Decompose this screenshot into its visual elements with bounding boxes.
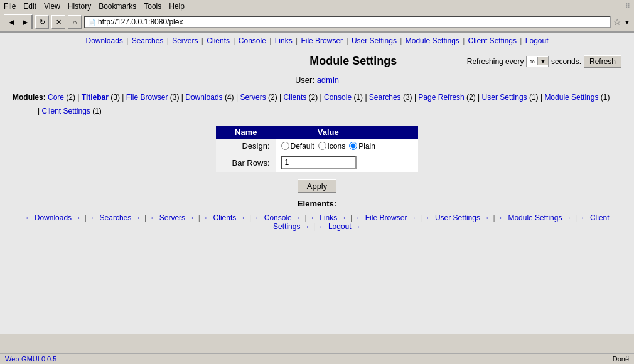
- module-servers[interactable]: Servers: [240, 93, 266, 102]
- elements-title: Elements:: [298, 199, 336, 208]
- nav-module-settings[interactable]: Module Settings: [406, 36, 459, 45]
- elem-downloads[interactable]: ← Downloads →: [24, 213, 81, 222]
- menu-edit[interactable]: Edit: [23, 2, 36, 11]
- page-content: Downloads | Searches | Servers | Clients…: [0, 33, 634, 334]
- design-options: Default Icons Plain: [281, 142, 375, 151]
- home-button[interactable]: ⌂: [68, 15, 82, 29]
- elem-logout[interactable]: ← Logout →: [319, 222, 361, 231]
- module-client-settings[interactable]: Client Settings: [41, 107, 90, 115]
- elem-servers[interactable]: ← Servers →: [149, 213, 195, 222]
- module-titlebar[interactable]: Titlebar: [82, 93, 109, 102]
- sep2: |: [167, 36, 171, 45]
- design-row: Design: Default Icons Plain: [216, 139, 418, 153]
- back-button[interactable]: ◀: [4, 15, 18, 29]
- refresh-value[interactable]: ∞: [527, 56, 537, 67]
- design-icons-option[interactable]: Icons: [318, 142, 346, 151]
- bar-rows-value-cell: [276, 153, 380, 172]
- sep3: |: [201, 36, 205, 45]
- elem-file-browser[interactable]: ← File Browser →: [355, 213, 416, 222]
- sep1: |: [126, 36, 130, 45]
- reload-button[interactable]: ↻: [35, 15, 49, 29]
- col-value: Value: [276, 126, 380, 139]
- page-title-row: Module Settings Refreshing every ∞ ▼ sec…: [13, 55, 621, 68]
- refreshing-label: Refreshing every: [467, 57, 524, 66]
- modules-label: Modules:: [13, 93, 46, 102]
- design-value-cell: Default Icons Plain: [276, 139, 380, 153]
- nav-clients[interactable]: Clients: [207, 36, 230, 45]
- page-title: Module Settings: [240, 55, 467, 68]
- elem-searches[interactable]: ← Searches →: [90, 213, 141, 222]
- elem-user-settings[interactable]: ← User Settings →: [426, 213, 490, 222]
- nav-downloads[interactable]: Downloads: [86, 36, 123, 45]
- module-file-browser[interactable]: File Browser: [126, 93, 168, 102]
- module-core[interactable]: Core: [48, 93, 64, 102]
- module-searches[interactable]: Searches: [369, 93, 401, 102]
- forward-button[interactable]: ▶: [18, 15, 32, 29]
- nav-searches[interactable]: Searches: [132, 36, 164, 45]
- stop-button[interactable]: ✕: [51, 15, 65, 29]
- menu-view[interactable]: View: [44, 2, 60, 11]
- menu-bookmarks[interactable]: Bookmarks: [99, 2, 136, 11]
- sep5: |: [269, 36, 273, 45]
- elem-module-settings[interactable]: ← Module Settings →: [498, 213, 572, 222]
- refresh-button[interactable]: Refresh: [584, 55, 621, 68]
- refresh-dropdown-arrow[interactable]: ▼: [537, 57, 548, 65]
- module-downloads[interactable]: Downloads: [185, 93, 222, 102]
- modules-row: Modules: Core (2) | Titlebar (3) | File …: [13, 91, 621, 118]
- bookmark-dropdown-button[interactable]: ▼: [624, 19, 630, 26]
- main-section: Module Settings Refreshing every ∞ ▼ sec…: [0, 48, 634, 237]
- back-fwd-buttons: ◀ ▶: [4, 14, 33, 29]
- url-input[interactable]: [98, 18, 607, 26]
- menu-history[interactable]: History: [68, 2, 91, 11]
- design-plain-radio[interactable]: [349, 142, 357, 150]
- bar-rows-input[interactable]: [281, 156, 357, 169]
- menu-help[interactable]: Help: [169, 2, 185, 11]
- address-bar[interactable]: 📄: [84, 16, 611, 28]
- module-page-refresh[interactable]: Page Refresh: [418, 93, 464, 102]
- design-extra: [380, 139, 418, 153]
- design-icons-radio[interactable]: [318, 142, 326, 150]
- nav-user-settings[interactable]: User Settings: [352, 36, 397, 45]
- user-link[interactable]: admin: [317, 75, 339, 85]
- window-controls: ⠿: [625, 2, 630, 11]
- module-module-settings[interactable]: Module Settings: [544, 93, 598, 102]
- bar-rows-label: Bar Rows:: [216, 153, 276, 172]
- design-plain-option[interactable]: Plain: [349, 142, 375, 151]
- user-label: User:: [295, 75, 314, 85]
- bookmark-star-button[interactable]: ☆: [613, 17, 621, 27]
- nav-logout[interactable]: Logout: [525, 36, 549, 45]
- design-default-radio[interactable]: [281, 142, 289, 150]
- elements-section: Elements:: [13, 199, 621, 208]
- menu-tools[interactable]: Tools: [144, 2, 161, 11]
- elem-links[interactable]: ← Links →: [310, 213, 347, 222]
- page-icon: 📄: [88, 19, 95, 26]
- sep8: |: [400, 36, 404, 45]
- sep4: |: [233, 36, 237, 45]
- nav-console[interactable]: Console: [239, 36, 266, 45]
- nav-file-browser[interactable]: File Browser: [301, 36, 343, 45]
- module-clients[interactable]: Clients: [284, 93, 307, 102]
- menu-file[interactable]: File: [4, 2, 16, 11]
- settings-table: Name Value Design: Default: [216, 126, 418, 172]
- top-nav: Downloads | Searches | Servers | Clients…: [0, 33, 634, 48]
- nav-links[interactable]: Links: [275, 36, 293, 45]
- nav-client-settings[interactable]: Client Settings: [468, 36, 517, 45]
- module-user-settings[interactable]: User Settings: [482, 93, 527, 102]
- elements-nav: ← Downloads → | ← Searches → | ← Servers…: [13, 213, 621, 231]
- refresh-select[interactable]: ∞ ▼: [526, 56, 548, 67]
- col-name: Name: [216, 126, 276, 139]
- nav-servers[interactable]: Servers: [172, 36, 198, 45]
- apply-button[interactable]: Apply: [298, 179, 337, 193]
- bar-rows-row: Bar Rows:: [216, 153, 418, 172]
- elem-clients[interactable]: ← Clients →: [203, 213, 245, 222]
- toolbar: ◀ ▶ ↻ ✕ ⌂ 📄 ☆ ▼: [0, 13, 634, 32]
- elem-console[interactable]: ← Console →: [254, 213, 301, 222]
- design-default-option[interactable]: Default: [281, 142, 314, 151]
- menu-bar: File Edit View History Bookmarks Tools H…: [0, 0, 634, 13]
- sep6: |: [296, 36, 299, 45]
- refresh-controls: Refreshing every ∞ ▼ seconds. Refresh: [467, 55, 621, 68]
- user-row: User: admin: [13, 75, 621, 85]
- module-console[interactable]: Console: [324, 93, 352, 102]
- sep7: |: [346, 36, 350, 45]
- seconds-label: seconds.: [551, 57, 581, 66]
